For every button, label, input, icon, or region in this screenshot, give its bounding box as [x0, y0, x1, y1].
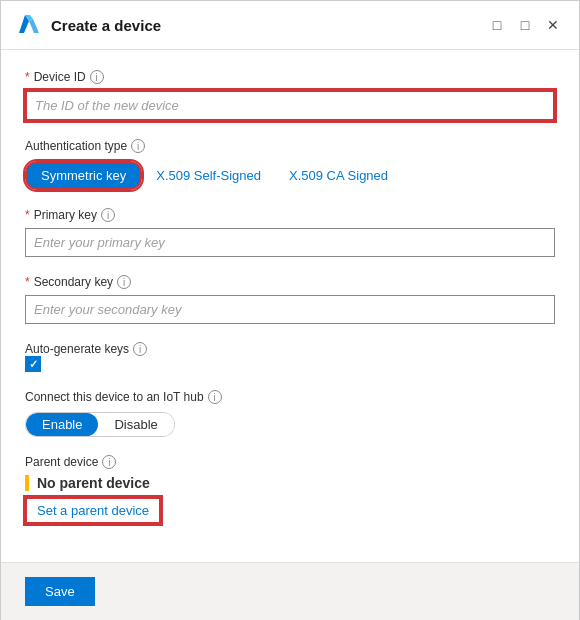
azure-logo-icon	[17, 13, 41, 37]
primary-key-input[interactable]	[25, 228, 555, 257]
secondary-key-label-text: Secondary key	[34, 275, 113, 289]
dialog-title: Create a device	[51, 17, 487, 34]
auth-type-label-text: Authentication type	[25, 139, 127, 153]
connect-hub-disable-button[interactable]: Disable	[98, 413, 173, 436]
device-id-label-text: Device ID	[34, 70, 86, 84]
auth-x509-self-signed-button[interactable]: X.509 Self-Signed	[142, 163, 275, 188]
auth-symmetric-key-button[interactable]: Symmetric key	[25, 161, 142, 190]
primary-key-group: * Primary key i	[25, 208, 555, 257]
connect-hub-group: Connect this device to an IoT hub i Enab…	[25, 390, 555, 437]
parent-device-group: Parent device i No parent device Set a p…	[25, 455, 555, 524]
title-bar: Create a device □ □ ✕	[1, 1, 579, 50]
connect-hub-label-text: Connect this device to an IoT hub	[25, 390, 204, 404]
auto-generate-info-icon[interactable]: i	[133, 342, 147, 356]
minimize-button[interactable]: □	[487, 15, 507, 35]
device-id-info-icon[interactable]: i	[90, 70, 104, 84]
checkmark-icon: ✓	[29, 358, 38, 371]
parent-device-label: Parent device i	[25, 455, 555, 469]
parent-device-info-icon[interactable]: i	[102, 455, 116, 469]
svg-marker-1	[29, 19, 39, 33]
device-id-input[interactable]	[25, 90, 555, 121]
device-id-group: * Device ID i	[25, 70, 555, 121]
auto-generate-group: Auto-generate keys i ✓	[25, 342, 555, 372]
primary-key-info-icon[interactable]: i	[101, 208, 115, 222]
parent-device-label-text: Parent device	[25, 455, 98, 469]
connect-hub-enable-button[interactable]: Enable	[26, 413, 98, 436]
close-button[interactable]: ✕	[543, 15, 563, 35]
auto-generate-label: Auto-generate keys i	[25, 342, 555, 356]
auth-type-label: Authentication type i	[25, 139, 555, 153]
secondary-key-input[interactable]	[25, 295, 555, 324]
device-id-label: * Device ID i	[25, 70, 555, 84]
auto-generate-label-text: Auto-generate keys	[25, 342, 129, 356]
auto-generate-checkbox[interactable]: ✓	[25, 356, 41, 372]
window-controls: □ □ ✕	[487, 15, 563, 35]
save-button[interactable]: Save	[25, 577, 95, 606]
primary-key-required-star: *	[25, 208, 30, 222]
create-device-dialog: Create a device □ □ ✕ * Device ID i Auth…	[0, 0, 580, 620]
auth-type-group: Authentication type i Symmetric key X.50…	[25, 139, 555, 190]
maximize-button[interactable]: □	[515, 15, 535, 35]
no-parent-text: No parent device	[25, 475, 555, 491]
auth-type-buttons: Symmetric key X.509 Self-Signed X.509 CA…	[25, 161, 555, 190]
auth-x509-ca-signed-button[interactable]: X.509 CA Signed	[275, 163, 402, 188]
primary-key-label-text: Primary key	[34, 208, 97, 222]
form-content: * Device ID i Authentication type i Symm…	[1, 50, 579, 562]
secondary-key-group: * Secondary key i	[25, 275, 555, 324]
auto-generate-checkbox-group: ✓	[25, 356, 555, 372]
connect-hub-toggle: Enable Disable	[25, 412, 175, 437]
dialog-footer: Save	[1, 562, 579, 620]
connect-hub-label: Connect this device to an IoT hub i	[25, 390, 555, 404]
primary-key-label: * Primary key i	[25, 208, 555, 222]
secondary-key-required-star: *	[25, 275, 30, 289]
auth-type-info-icon[interactable]: i	[131, 139, 145, 153]
secondary-key-info-icon[interactable]: i	[117, 275, 131, 289]
set-parent-device-button[interactable]: Set a parent device	[25, 497, 161, 524]
connect-hub-info-icon[interactable]: i	[208, 390, 222, 404]
secondary-key-label: * Secondary key i	[25, 275, 555, 289]
device-id-required-star: *	[25, 70, 30, 84]
